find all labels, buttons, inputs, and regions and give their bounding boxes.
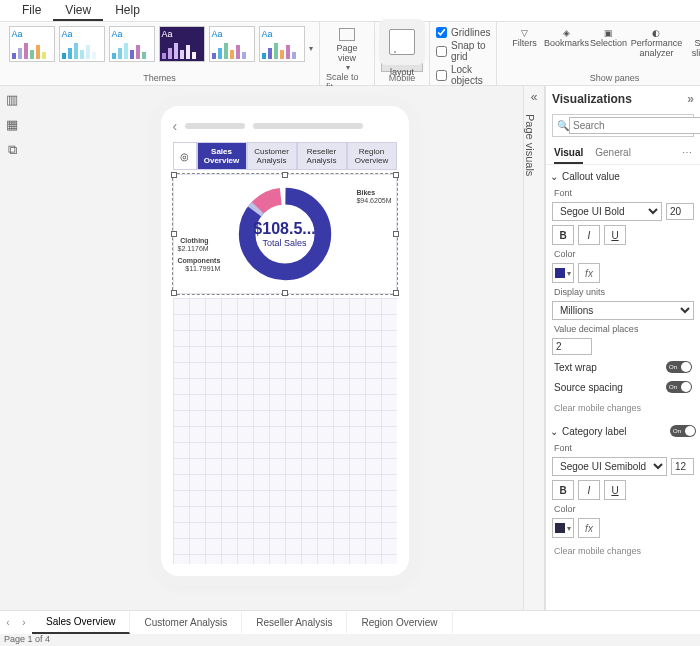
menu-bar: File View Help [0, 0, 700, 22]
callout-color-swatch[interactable]: ▾ [552, 263, 574, 283]
page-view-label: Page view [328, 43, 366, 63]
bold-button[interactable]: B [552, 480, 574, 500]
more-options-icon[interactable]: ⋯ [682, 143, 692, 164]
theme-tile[interactable]: Aa [159, 26, 205, 62]
theme-tile[interactable]: Aa [209, 26, 255, 62]
selection-icon: ▣ [604, 28, 613, 38]
model-view-icon[interactable]: ⧉ [8, 142, 17, 158]
theme-tile[interactable]: Aa [109, 26, 155, 62]
ribbon-group-show-panes: ▽Filters ◈Bookmarks ▣Selection ◐Performa… [497, 22, 700, 85]
menu-file[interactable]: File [10, 0, 53, 21]
callout-font-select[interactable]: Segoe UI Bold [552, 202, 662, 221]
italic-button[interactable]: I [578, 225, 600, 245]
ribbon-group-themes: AaAaAaAaAaAa ▾ Themes [0, 22, 320, 85]
themes-dropdown-icon[interactable]: ▾ [309, 44, 313, 53]
page-tab-reseller-analysis[interactable]: Reseller Analysis [242, 612, 347, 633]
chevron-down-icon: ⌄ [550, 426, 558, 437]
report-tab-sales-overview[interactable]: Sales Overview [197, 142, 247, 170]
menu-view[interactable]: View [53, 0, 103, 21]
text-wrap-toggle[interactable]: On [666, 361, 692, 373]
back-icon[interactable]: ‹ [173, 118, 178, 134]
theme-tile[interactable]: Aa [9, 26, 55, 62]
performance-analyzer-button[interactable]: ◐Performance analyzer [629, 24, 683, 72]
theme-tile[interactable]: Aa [259, 26, 305, 62]
underline-button[interactable]: U [604, 225, 626, 245]
mobile-icon [389, 29, 415, 55]
expand-pane-icon[interactable]: » [687, 92, 694, 106]
category-color-fx-button[interactable]: fx [578, 518, 600, 538]
mobile-layout-button[interactable]: Mobile layout [381, 24, 423, 72]
report-tab-customer-analysis[interactable]: Customer Analysis [247, 142, 297, 170]
page-tab-region-overview[interactable]: Region Overview [347, 612, 452, 633]
search-icon: 🔍 [557, 120, 569, 131]
underline-button[interactable]: U [604, 480, 626, 500]
gridlines-checkbox[interactable]: Gridlines [436, 27, 490, 38]
placeholder-bar [185, 123, 245, 129]
color-label: Color [546, 247, 700, 261]
category-color-swatch[interactable]: ▾ [552, 518, 574, 538]
data-view-icon[interactable]: ▦ [6, 117, 18, 132]
search-box[interactable]: 🔍 [552, 114, 694, 137]
lock-objects-checkbox[interactable]: Lock objects [436, 64, 490, 86]
clear-mobile-changes-link[interactable]: Clear mobile changes [546, 397, 700, 419]
text-wrap-label: Text wrap [554, 362, 597, 373]
category-label-toggle[interactable]: On [670, 425, 696, 437]
filter-icon: ▽ [521, 28, 528, 38]
page-next-button[interactable]: › [16, 617, 32, 628]
display-units-label: Display units [546, 285, 700, 299]
donut-center-value: $108.5... [253, 220, 315, 238]
tab-general[interactable]: General [595, 143, 631, 164]
ribbon-group-scale: Page view ▾ Scale to fit [320, 22, 375, 85]
ribbon-label-mobile: Mobile [389, 73, 416, 85]
bold-button[interactable]: B [552, 225, 574, 245]
expand-pane-icon[interactable]: « [524, 86, 544, 108]
section-category-label[interactable]: ⌄ Category label On [546, 419, 700, 441]
page-tab-sales-overview[interactable]: Sales Overview [32, 611, 130, 634]
ribbon-label-show-panes: Show panes [590, 73, 640, 85]
category-font-size[interactable]: 12 [671, 458, 694, 475]
snap-to-grid-checkbox[interactable]: Snap to grid [436, 40, 490, 62]
page-view-button[interactable]: Page view ▾ [326, 24, 368, 72]
source-spacing-label: Source spacing [554, 382, 623, 393]
search-input[interactable] [569, 117, 700, 134]
page-prev-button[interactable]: ‹ [0, 617, 16, 628]
font-label: Font [546, 441, 700, 455]
chevron-down-icon: ▾ [346, 63, 350, 72]
callout-color-fx-button[interactable]: fx [578, 263, 600, 283]
placeholder-bar [253, 123, 363, 129]
filters-button[interactable]: ▽Filters [503, 24, 545, 72]
display-units-select[interactable]: Millions [552, 301, 694, 320]
report-tab-region-overview[interactable]: Region Overview [347, 142, 397, 170]
report-view-icon[interactable]: ▥ [6, 92, 18, 107]
mobile-grid-area[interactable] [173, 298, 397, 564]
decimal-places-input[interactable]: 2 [552, 338, 592, 355]
category-font-select[interactable]: Segoe UI Semibold [552, 457, 667, 476]
mobile-device-frame: ‹ ◎ Sales Overview Customer Analysis Res… [161, 106, 409, 576]
callout-font-size[interactable]: 20 [666, 203, 694, 220]
sync-slicers-button[interactable]: ⟳Sync slicers [683, 24, 700, 72]
page-visuals-strip[interactable]: « Page visuals [523, 86, 545, 610]
theme-tile[interactable]: Aa [59, 26, 105, 62]
clear-mobile-changes-link[interactable]: Clear mobile changes [546, 540, 700, 562]
italic-button[interactable]: I [578, 480, 600, 500]
menu-help[interactable]: Help [103, 0, 152, 21]
tab-visual[interactable]: Visual [554, 143, 583, 164]
bookmarks-button[interactable]: ◈Bookmarks [545, 24, 587, 72]
gauge-icon: ◐ [652, 28, 660, 38]
report-tab-reseller-analysis[interactable]: Reseller Analysis [297, 142, 347, 170]
ribbon: AaAaAaAaAaAa ▾ Themes Page view ▾ Scale … [0, 22, 700, 86]
section-callout-value[interactable]: ⌄ Callout value [546, 165, 700, 186]
donut-center: $108.5... Total Sales [253, 220, 315, 248]
page-tab-customer-analysis[interactable]: Customer Analysis [130, 612, 242, 633]
page-visuals-label: Page visuals [524, 114, 536, 176]
data-label-bikes: Bikes$94.6205M [356, 189, 391, 204]
donut-visual[interactable]: $108.5... Total Sales Bikes$94.6205M Clo… [173, 174, 397, 294]
data-label-clothing: Clothing$2.1176M [178, 237, 209, 252]
ribbon-group-page-options: Gridlines Snap to grid Lock objects Page… [430, 22, 497, 85]
ribbon-group-mobile: Mobile layout Mobile [375, 22, 430, 85]
donut-center-label: Total Sales [253, 238, 315, 248]
selection-button[interactable]: ▣Selection [587, 24, 629, 72]
data-label-components: Components$11.7991M [178, 257, 221, 272]
source-spacing-toggle[interactable]: On [666, 381, 692, 393]
decimal-places-label: Value decimal places [546, 322, 700, 336]
